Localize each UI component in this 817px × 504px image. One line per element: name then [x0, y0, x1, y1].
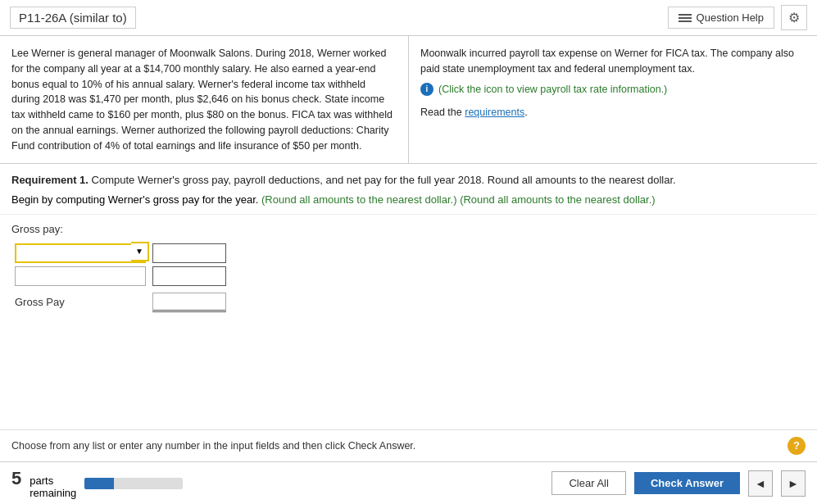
- clear-all-button[interactable]: Clear All: [551, 471, 625, 495]
- progress-bar-fill: [84, 478, 114, 489]
- header: P11-26A (similar to) Question Help ⚙: [0, 0, 817, 36]
- header-right: Question Help ⚙: [668, 5, 807, 30]
- settings-button[interactable]: ⚙: [781, 5, 807, 30]
- help-icon[interactable]: ?: [787, 437, 806, 455]
- read-text: Read the: [420, 107, 465, 118]
- gross-pay-section-label: Gross pay:: [11, 223, 806, 235]
- round-note: (Round all amounts to the nearest dollar…: [261, 193, 456, 206]
- list-icon: [679, 14, 692, 22]
- bottom-hint-bar: Choose from any list or enter any number…: [0, 429, 817, 461]
- footer-center: Clear All Check Answer ◄ ►: [551, 470, 806, 497]
- panel-left: Lee Werner is general manager of Moonwal…: [0, 36, 409, 163]
- read-end: .: [524, 107, 527, 118]
- requirement-body: Requirement 1. Compute Werner's gross pa…: [11, 172, 806, 188]
- info-line: i (Click the icon to view payroll tax ra…: [420, 82, 806, 98]
- gross-pay-total-row: Gross Pay: [11, 288, 229, 314]
- check-answer-button[interactable]: Check Answer: [634, 472, 740, 494]
- row1-value-input[interactable]: [152, 243, 226, 263]
- info-text: (Click the icon to view payroll tax rate…: [438, 82, 667, 98]
- prev-button[interactable]: ◄: [748, 470, 773, 497]
- row2-value-input[interactable]: [152, 266, 226, 286]
- requirement-text: Compute Werner's gross pay, payroll dedu…: [92, 174, 676, 186]
- table-row: [11, 265, 229, 288]
- progress-bar: [84, 478, 183, 489]
- remaining-label: remaining: [30, 487, 76, 499]
- requirements-link[interactable]: requirements: [465, 107, 524, 118]
- parts-number: 5: [11, 468, 21, 489]
- hint-text: Choose from any list or enter any number…: [11, 440, 415, 452]
- row2-label-input[interactable]: [15, 266, 146, 286]
- chevron-down-icon: ▼: [131, 242, 149, 261]
- parts-row: 5 parts remaining: [11, 468, 76, 499]
- parts-label: parts: [30, 474, 76, 487]
- gear-icon: ⚙: [788, 11, 800, 25]
- gross-pay-value-cell: [149, 288, 229, 314]
- begin-text-row: Begin by computing Werner's gross pay fo…: [11, 193, 806, 206]
- panel-left-text: Lee Werner is general manager of Moonwal…: [11, 48, 393, 152]
- question-help-label: Question Help: [697, 11, 764, 24]
- dropdown-cell: ▼: [11, 242, 149, 265]
- next-button[interactable]: ►: [781, 470, 806, 497]
- footer: 5 parts remaining Clear All Check Answer…: [0, 461, 817, 504]
- panel-right-text1: Moonwalk incurred payroll tax expense on…: [420, 48, 794, 75]
- page-title: P11-26A (similar to): [10, 7, 136, 29]
- requirement-title: Requirement 1.: [11, 174, 89, 186]
- read-requirements: Read the requirements.: [420, 105, 806, 120]
- parts-labels: parts remaining: [30, 474, 76, 499]
- gross-pay-dropdown[interactable]: [15, 243, 146, 263]
- begin-text: Begin by computing Werner's gross pay fo…: [11, 193, 258, 206]
- requirement-section: Requirement 1. Compute Werner's gross pa…: [0, 164, 817, 215]
- question-help-button[interactable]: Question Help: [668, 7, 774, 29]
- panel-right: Moonwalk incurred payroll tax expense on…: [409, 36, 817, 163]
- info-icon[interactable]: i: [420, 83, 433, 96]
- gross-pay-value-input[interactable]: [152, 293, 226, 312]
- row2-label-cell: [11, 265, 149, 288]
- row1-input-cell: [149, 242, 229, 265]
- row2-input-cell: [149, 265, 229, 288]
- gross-pay-table: ▼ Gross Pay: [11, 242, 229, 314]
- form-section: Gross pay: ▼: [0, 215, 817, 429]
- table-row: ▼: [11, 242, 229, 265]
- footer-left: 5 parts remaining: [11, 468, 183, 499]
- gross-pay-row-label: Gross Pay: [11, 288, 149, 314]
- round-note-text: (Round all amounts to the nearest dollar…: [460, 193, 655, 206]
- content-panels: Lee Werner is general manager of Moonwal…: [0, 36, 817, 164]
